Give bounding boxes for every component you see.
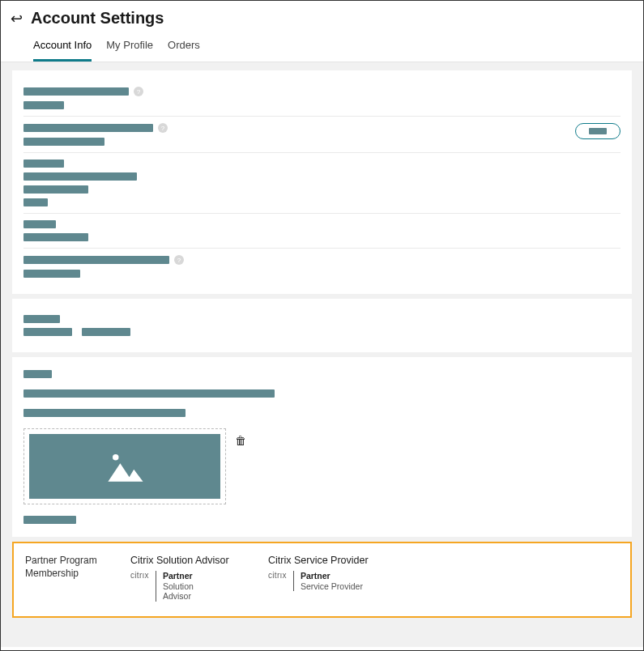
content-area: ? ? (1, 62, 643, 647)
secondary-card (12, 299, 632, 352)
field-value (23, 270, 80, 278)
tab-account-info[interactable]: Account Info (33, 39, 92, 62)
badge-line-2: Service Provider (301, 581, 363, 592)
field-value (23, 185, 88, 194)
image-placeholder-icon (100, 447, 149, 486)
partner-title: Citrix Solution Advisor (130, 555, 244, 566)
help-icon[interactable]: ? (158, 123, 168, 133)
badge-line-3: Advisor (163, 591, 194, 602)
button-label-placeholder (589, 128, 607, 134)
partner-brand: citrıx (268, 571, 287, 580)
partner-col-solution-advisor: Citrix Solution Advisor citrıx Partner S… (130, 555, 244, 602)
field-label (23, 315, 60, 323)
badge-divider (156, 571, 156, 602)
logo-card: 🗑 (12, 357, 632, 537)
partner-badge: citrıx Partner Service Provider (268, 571, 382, 591)
delete-logo-icon[interactable]: 🗑 (235, 434, 246, 447)
tab-orders[interactable]: Orders (168, 39, 200, 62)
tab-my-profile[interactable]: My Profile (106, 39, 153, 62)
partner-brand: citrıx (130, 571, 149, 580)
badge-line-1: Partner (163, 571, 194, 581)
field-value (23, 101, 64, 109)
help-icon[interactable]: ? (134, 87, 143, 96)
tabs: Account Info My Profile Orders (1, 32, 643, 62)
field-value (23, 233, 88, 241)
svg-marker-1 (108, 463, 143, 482)
field-label (23, 516, 76, 524)
partner-section-heading: Partner Program Membership (25, 555, 106, 602)
back-button[interactable]: ↩ (11, 11, 23, 26)
field-value (23, 172, 137, 181)
partner-badge: citrıx Partner Solution Advisor (130, 571, 244, 602)
partner-program-card: Partner Program Membership Citrix Soluti… (12, 542, 632, 618)
badge-line-2: Solution (163, 581, 194, 592)
help-icon[interactable]: ? (174, 255, 184, 265)
field-description (23, 389, 275, 398)
field-value (82, 328, 130, 336)
svg-point-0 (113, 454, 119, 461)
field-label (23, 124, 153, 132)
badge-line-1: Partner (301, 571, 363, 581)
field-label (23, 220, 56, 228)
field-value (23, 328, 72, 336)
account-info-card: ? ? (12, 70, 632, 294)
badge-divider (293, 571, 294, 591)
field-value (23, 198, 48, 206)
field-value (23, 138, 104, 146)
field-label (23, 370, 52, 378)
edit-button[interactable] (575, 123, 621, 139)
partner-col-service-provider: Citrix Service Provider citrıx Partner S… (268, 555, 382, 602)
partner-title: Citrix Service Provider (268, 555, 382, 566)
logo-placeholder-image (29, 434, 220, 499)
page-title: Account Settings (31, 9, 164, 28)
logo-upload-box[interactable]: 🗑 (23, 428, 226, 504)
field-description (23, 409, 186, 417)
field-label (23, 87, 129, 96)
field-label (23, 160, 64, 168)
field-label (23, 256, 169, 264)
